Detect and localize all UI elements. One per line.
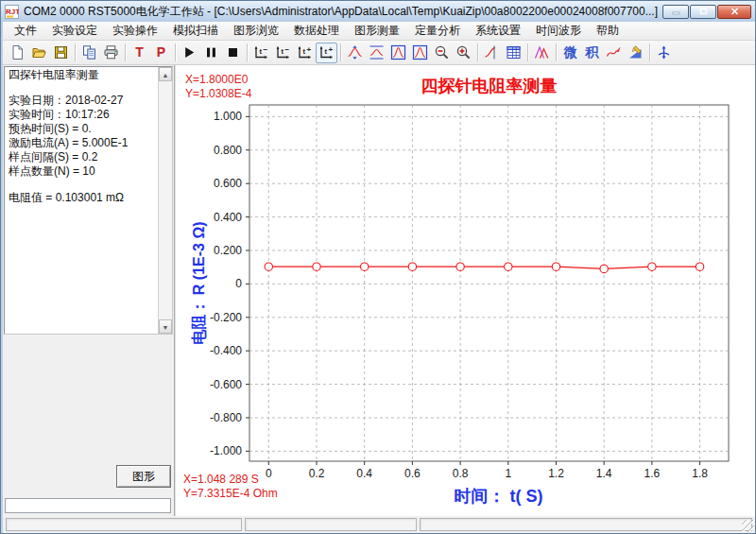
copy-icon [81,44,97,60]
peak-compress-button[interactable] [366,43,387,63]
toolbar-separator [649,43,650,61]
restore-button[interactable] [690,5,716,19]
y-tick-label: 0.600 [214,177,242,190]
peak-window-button[interactable] [387,43,409,63]
x-tick-label: 1.6 [644,467,661,480]
menu-item[interactable]: 系统设置 [468,21,528,41]
data-point-marker [505,263,512,270]
peak-expand-button[interactable] [344,43,366,63]
waveform-3d-button[interactable] [653,43,675,63]
svg-text:t: t [282,47,284,56]
copy-button[interactable] [78,43,100,63]
menu-item[interactable]: 帮助 [589,21,627,41]
print-button[interactable] [100,43,122,63]
curve-clip-button[interactable] [481,43,503,63]
toolbar-separator [75,43,76,61]
close-button[interactable] [717,5,751,19]
data-point-marker [265,263,272,270]
resistance-result: 电阻值 = 0.103001 mΩ [5,190,172,204]
experiment-title: 四探针电阻率测量 [5,67,172,81]
status-bar [3,516,755,533]
marker-readout-x: X=1.048 289 S [183,473,259,486]
p-marker-button[interactable]: P [150,43,172,63]
menu-item[interactable]: 时间波形 [528,21,589,41]
data-point-marker [456,263,464,270]
minimize-button[interactable] [662,5,689,19]
pause-icon [203,44,219,60]
menu-item[interactable]: 图形浏览 [226,21,286,41]
peak-arrows-icon [347,44,363,60]
y-tick-label: -0.200 [210,311,242,324]
menu-item[interactable]: 图形测量 [347,21,407,41]
menu-item[interactable]: 数据处理 [286,21,347,41]
zoom-out-button[interactable] [431,43,453,63]
chart-title: 四探针电阻率测量 [421,77,558,95]
toolbar-separator [175,43,176,61]
toolbar-separator [556,43,557,61]
minimize-icon [672,9,680,15]
restore-icon [699,8,708,15]
resize-grip[interactable] [742,520,754,532]
experiment-info-panel: ▲ ▼ 四探针电阻率测量实验日期：2018-02-27实验时间：10:17:26… [3,65,175,516]
menu-item[interactable]: 模拟扫描 [165,21,226,41]
menu-item[interactable]: 定量分析 [407,21,468,41]
smooth-curve-button[interactable] [603,43,625,63]
save-button[interactable] [50,43,72,63]
derivative-button[interactable]: 微 [559,43,581,63]
peak-box-icon [390,44,406,60]
experiment-info-text[interactable]: ▲ ▼ 四探针电阻率测量实验日期：2018-02-27实验时间：10:17:26… [4,66,173,335]
zoom-in-button[interactable] [453,43,474,63]
t-marker-button-glyph: T [135,44,144,60]
new-file-button[interactable] [7,43,28,63]
menu-bar: 文件实验设定实验操作模拟扫描图形浏览数据处理图形测量定量分析系统设置时间波形帮助 [3,22,755,41]
time-axis-button-3[interactable]: t+ [294,43,316,63]
experiment-info-line: 样点间隔(S) = 0.2 [5,149,172,164]
t-marker-button[interactable]: T [129,43,150,63]
menu-item[interactable]: 实验操作 [105,21,165,41]
menu-item[interactable]: 文件 [7,21,44,41]
data-point-marker [408,263,416,270]
toolbar-separator [477,43,478,61]
x-tick-label: 1.4 [596,467,612,480]
y-tick-label: -1.000 [210,444,242,457]
menu-item[interactable]: 实验设定 [44,21,105,41]
window-title: COM2 0000 RST5000电化学工作站 - [C:\Users\Admi… [24,4,659,20]
toolbar-separator [527,43,528,61]
scroll-up-icon[interactable]: ▲ [159,67,172,81]
open-file-button[interactable] [28,43,50,63]
peak-window2-button[interactable] [409,43,431,63]
x-tick-label: 0.8 [453,467,469,480]
title-bar[interactable]: RJT COM2 0000 RST5000电化学工作站 - [C:\Users\… [1,1,755,22]
peak-compress-icon [369,44,385,60]
sidebar-scrollbar[interactable]: ▲ ▼ [158,67,172,334]
data-table-button[interactable] [503,43,524,63]
toolbar: TPt−t−t+t+微积 [3,41,755,65]
axis-icon: t− [275,44,291,60]
pause-button[interactable] [200,43,222,63]
stop-button[interactable] [222,43,244,63]
data-point-marker [600,265,608,272]
y-axis-label: 电阻： R (1E-3 Ω) [191,221,207,344]
graph-button[interactable]: 图形 [116,465,171,488]
time-axis-button-1[interactable]: t− [250,43,272,63]
integral-button[interactable]: 积 [581,43,603,63]
x-axis-label: 时间： t( S) [455,487,543,506]
statusbar-cell [6,518,242,531]
scroll-down-icon[interactable]: ▼ [159,319,172,334]
play-icon [181,44,198,60]
curve-clip-icon [484,44,500,60]
marker-readout-y: Y=7.3315E-4 Ohm [183,487,278,500]
run-button[interactable] [179,43,200,63]
double-peak-icon [534,44,550,60]
time-axis-button-2[interactable]: t− [272,43,294,63]
fit-edit-button[interactable] [625,43,646,63]
app-window: RJT COM2 0000 RST5000电化学工作站 - [C:\Users\… [0,0,756,534]
x-tick-label: 0 [266,467,272,480]
axis-icon: t− [253,44,269,60]
x-tick-label: 1 [505,467,511,480]
y-tick-label: 1.000 [214,110,242,123]
time-axis-button-4[interactable]: t+ [316,43,337,63]
chart-panel[interactable]: 00.20.40.60.811.21.41.61.81.0000.8000.60… [175,65,755,516]
peak-overlay-button[interactable] [531,43,553,63]
statusbar-cell [420,518,752,531]
